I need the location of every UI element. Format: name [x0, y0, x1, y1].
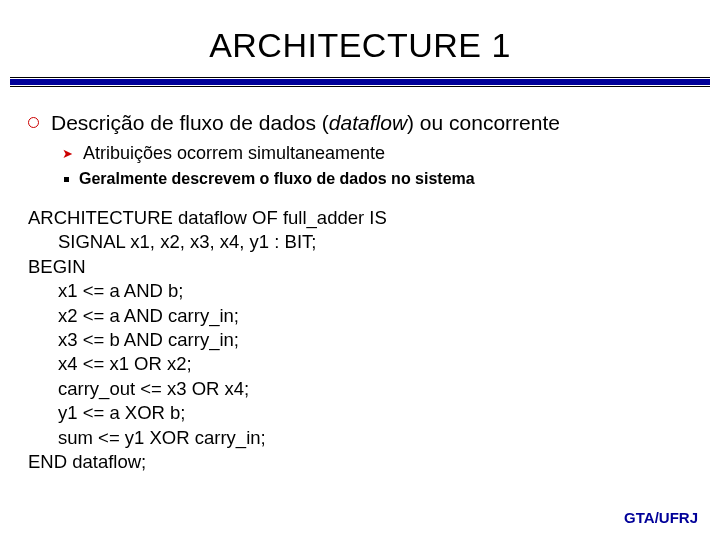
code-line: x4 <= x1 OR x2; — [28, 352, 692, 376]
code-line: SIGNAL x1, x2, x3, x4, y1 : BIT; — [28, 230, 692, 254]
slide: ARCHITECTURE 1 Descrição de fluxo de dad… — [0, 0, 720, 540]
bullet-content: Descrição de fluxo de dados (dataflow) o… — [0, 85, 720, 188]
bullet-level-3: Geralmente descrevem o fluxo de dados no… — [64, 170, 692, 188]
list-item: Descrição de fluxo de dados (dataflow) o… — [28, 111, 692, 135]
bullet-level-1: Descrição de fluxo de dados (dataflow) o… — [28, 111, 692, 135]
list-item: ➤ Atribuições ocorrem simultaneamente — [62, 143, 692, 164]
bullet-level-2: ➤ Atribuições ocorrem simultaneamente — [62, 143, 692, 164]
footer-logo-text: GTA/UFRJ — [624, 509, 698, 526]
list-item: Geralmente descrevem o fluxo de dados no… — [64, 170, 692, 188]
text-segment: ) ou concorrente — [407, 111, 560, 134]
code-line: x2 <= a AND carry_in; — [28, 304, 692, 328]
square-bullet-icon — [64, 177, 69, 182]
text-segment: Descrição de fluxo de dados ( — [51, 111, 329, 134]
bullet-text: Geralmente descrevem o fluxo de dados no… — [79, 170, 475, 188]
arrow-bullet-icon: ➤ — [62, 146, 73, 161]
code-line: y1 <= a XOR b; — [28, 401, 692, 425]
divider-rule — [10, 79, 710, 85]
code-block: ARCHITECTURE dataflow OF full_adder IS S… — [0, 188, 720, 474]
slide-title: ARCHITECTURE 1 — [0, 0, 720, 79]
code-line: ARCHITECTURE dataflow OF full_adder IS — [28, 206, 692, 230]
code-line: END dataflow; — [28, 450, 692, 474]
bullet-text: Descrição de fluxo de dados (dataflow) o… — [51, 111, 560, 135]
text-italic: dataflow — [329, 111, 407, 134]
bullet-text: Atribuições ocorrem simultaneamente — [83, 143, 385, 164]
code-line: carry_out <= x3 OR x4; — [28, 377, 692, 401]
code-line: x1 <= a AND b; — [28, 279, 692, 303]
circle-bullet-icon — [28, 117, 39, 128]
code-line: sum <= y1 XOR carry_in; — [28, 426, 692, 450]
code-line: x3 <= b AND carry_in; — [28, 328, 692, 352]
code-line: BEGIN — [28, 255, 692, 279]
